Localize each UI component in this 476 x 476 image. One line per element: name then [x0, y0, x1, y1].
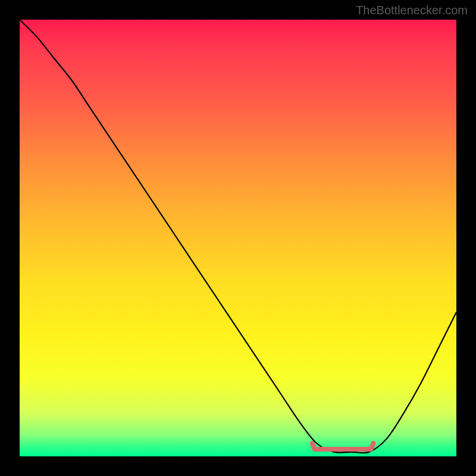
chart-svg [20, 20, 456, 456]
bottleneck-curve-line [20, 20, 456, 453]
attribution-text: TheBottlenecker.com [356, 4, 468, 17]
chart-plot-area [20, 20, 456, 456]
